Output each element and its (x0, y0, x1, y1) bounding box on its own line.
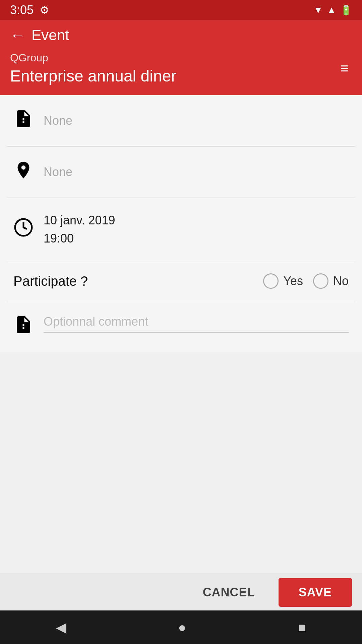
status-bar: 3:05 ⚙ ▼ ▲ 🔋 (0, 0, 362, 20)
comment-input-wrapper[interactable] (44, 315, 349, 333)
comment-doc-icon (13, 315, 34, 339)
status-time: 3:05 (10, 3, 34, 17)
clock-icon (13, 217, 34, 241)
participate-label: Participate ? (13, 274, 88, 289)
signal-icon: ▲ (327, 5, 336, 15)
app-bar-top: ← Event (10, 27, 352, 44)
radio-yes-circle[interactable] (263, 273, 279, 289)
event-group: QGroup (10, 52, 337, 64)
app-bar-content: QGroup Enterprise annual diner ≡ (10, 52, 352, 85)
participate-row: Participate ? Yes No (0, 261, 362, 301)
datetime-value: 10 janv. 2019 19:00 (44, 211, 115, 248)
wifi-icon: ▼ (314, 5, 323, 15)
radio-no[interactable]: No (313, 273, 349, 289)
cancel-button[interactable]: CANCEL (186, 579, 272, 606)
location-field-value: None (44, 165, 72, 179)
menu-icon[interactable]: ≡ (337, 57, 352, 80)
comment-row (0, 301, 362, 352)
time-value: 19:00 (44, 229, 115, 248)
app-bar-title: Event (32, 27, 69, 44)
date-value: 10 janv. 2019 (44, 211, 115, 229)
app-bar: ← Event QGroup Enterprise annual diner ≡ (0, 20, 362, 95)
settings-icon[interactable]: ⚙ (40, 4, 49, 16)
document-row: None (0, 95, 362, 146)
datetime-row: 10 janv. 2019 19:00 (0, 198, 362, 261)
location-row: None (0, 147, 362, 198)
nav-bar: ◀ ● ■ (0, 610, 362, 644)
radio-yes[interactable]: Yes (263, 273, 303, 289)
bottom-action-bar: CANCEL SAVE (0, 574, 362, 610)
nav-home-button[interactable]: ● (178, 620, 186, 635)
event-name: Enterprise annual diner (10, 67, 337, 85)
save-button[interactable]: SAVE (279, 578, 352, 607)
battery-icon: 🔋 (340, 5, 352, 16)
event-info: QGroup Enterprise annual diner (10, 52, 337, 85)
radio-no-circle[interactable] (313, 273, 328, 289)
radio-yes-label: Yes (283, 274, 303, 288)
status-right: ▼ ▲ 🔋 (314, 5, 352, 16)
back-button[interactable]: ← (10, 28, 25, 43)
radio-no-label: No (333, 274, 349, 288)
nav-recent-button[interactable]: ■ (298, 620, 306, 635)
main-content: None None 10 janv. 2019 19:00 Participat… (0, 95, 362, 352)
radio-group: Yes No (263, 273, 349, 289)
document-icon (13, 109, 34, 133)
location-icon (13, 160, 34, 184)
comment-input[interactable] (44, 315, 349, 329)
document-field-value: None (44, 114, 72, 128)
status-left: 3:05 ⚙ (10, 3, 49, 17)
nav-back-button[interactable]: ◀ (56, 620, 66, 635)
